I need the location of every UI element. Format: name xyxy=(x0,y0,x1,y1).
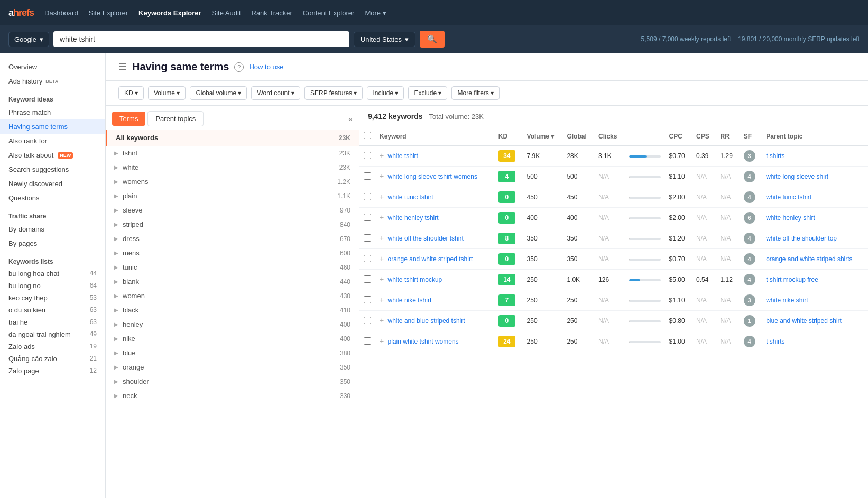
parent-topic-link[interactable]: white off the shoulder top xyxy=(766,235,837,242)
filter-button[interactable]: Exclude ▾ xyxy=(408,86,447,100)
sidebar-list-item[interactable]: o du su kien63 xyxy=(0,304,105,316)
add-keyword-btn[interactable]: + xyxy=(380,172,384,180)
keyword-link[interactable]: white tunic tshirt xyxy=(388,193,433,201)
add-keyword-btn[interactable]: + xyxy=(380,254,384,263)
keyword-link[interactable]: white off the shoulder tshirt xyxy=(388,235,464,242)
sidebar-list-item[interactable]: Quảng cáo zalo21 xyxy=(0,353,105,365)
kp-row[interactable]: ▶ henley 400 xyxy=(106,317,359,331)
kp-row[interactable]: ▶ tshirt 23K xyxy=(106,146,359,160)
keyword-link[interactable]: plain white tshirt womens xyxy=(388,338,459,345)
kp-row[interactable]: ▶ sleeve 970 xyxy=(106,203,359,217)
header-keyword[interactable]: Keyword xyxy=(375,127,494,145)
kp-row[interactable]: ▶ blue 380 xyxy=(106,346,359,360)
parent-topic-link[interactable]: t shirts xyxy=(766,338,784,345)
keyword-link[interactable]: white tshirt mockup xyxy=(388,276,442,283)
row-checkbox-cell[interactable] xyxy=(359,331,375,352)
nav-rank-tracker[interactable]: Rank Tracker xyxy=(252,9,292,17)
header-parent-topic[interactable]: Parent topic xyxy=(762,127,868,145)
sidebar-list-item[interactable]: bu long no64 xyxy=(0,280,105,292)
add-keyword-btn[interactable]: + xyxy=(380,151,384,160)
sidebar-item-ads-history[interactable]: Ads history BETA xyxy=(0,74,105,88)
row-checkbox-cell[interactable] xyxy=(359,187,375,208)
add-keyword-btn[interactable]: + xyxy=(380,316,384,325)
kp-row[interactable]: ▶ tunic 460 xyxy=(106,260,359,274)
kp-row[interactable]: ▶ shoulder 350 xyxy=(106,374,359,389)
kp-row[interactable]: ▶ women 430 xyxy=(106,289,359,303)
nav-site-explorer[interactable]: Site Explorer xyxy=(89,9,128,17)
sidebar-list-item[interactable]: Zalo ads19 xyxy=(0,340,105,353)
kp-row[interactable]: ▶ dress 670 xyxy=(106,232,359,246)
add-keyword-btn[interactable]: + xyxy=(380,192,384,201)
kp-row[interactable]: ▶ plain 1.1K xyxy=(106,189,359,203)
header-rr[interactable]: RR xyxy=(716,127,740,145)
search-button[interactable]: 🔍 xyxy=(420,31,445,48)
nav-content-explorer[interactable]: Content Explorer xyxy=(303,9,355,17)
sidebar-item-by-domains[interactable]: By domains xyxy=(0,222,105,236)
kp-row[interactable]: ▶ nike 400 xyxy=(106,331,359,346)
add-keyword-btn[interactable]: + xyxy=(380,296,384,304)
row-checkbox-cell[interactable] xyxy=(359,311,375,331)
sidebar-list-item[interactable]: Zalo page12 xyxy=(0,365,105,377)
search-input[interactable]: white tshirt xyxy=(53,31,349,47)
nav-keywords-explorer[interactable]: Keywords Explorer xyxy=(138,9,201,17)
nav-more[interactable]: More ▾ xyxy=(365,9,386,17)
sidebar-item-phrase-match[interactable]: Phrase match xyxy=(0,105,105,119)
add-keyword-btn[interactable]: + xyxy=(380,213,384,222)
header-checkbox[interactable] xyxy=(359,127,375,145)
kp-row[interactable]: ▶ black 410 xyxy=(106,303,359,317)
sidebar-item-by-pages[interactable]: By pages xyxy=(0,236,105,251)
keyword-link[interactable]: white and blue striped tshirt xyxy=(388,317,465,325)
keyword-link[interactable]: white henley tshirt xyxy=(388,214,439,222)
row-checkbox-cell[interactable] xyxy=(359,270,375,290)
header-kd[interactable]: KD xyxy=(494,127,523,145)
keyword-link[interactable]: white long sleeve tshirt womens xyxy=(388,173,477,180)
nav-dashboard[interactable]: Dashboard xyxy=(44,9,78,17)
row-checkbox-cell[interactable] xyxy=(359,249,375,270)
sidebar-item-search-suggestions[interactable]: Search suggestions xyxy=(0,162,105,177)
kp-row[interactable]: ▶ womens 1.2K xyxy=(106,174,359,189)
kp-row[interactable]: ▶ striped 840 xyxy=(106,217,359,232)
parent-topic-link[interactable]: white nike shirt xyxy=(766,297,808,304)
sidebar-list-item[interactable]: bu long hoa chat44 xyxy=(0,268,105,280)
row-checkbox-cell[interactable] xyxy=(359,145,375,167)
filter-button[interactable]: More filters ▾ xyxy=(451,86,500,100)
filter-button[interactable]: Global volume ▾ xyxy=(190,86,247,100)
sidebar-list-item[interactable]: trai he63 xyxy=(0,316,105,328)
kp-row[interactable]: ▶ blank 440 xyxy=(106,274,359,289)
country-select[interactable]: United States ▾ xyxy=(354,32,415,47)
filter-button[interactable]: SERP features ▾ xyxy=(304,86,363,100)
parent-topic-link[interactable]: white long sleeve shirt xyxy=(766,173,828,180)
kp-all-keywords[interactable]: All keywords 23K xyxy=(106,130,359,146)
filter-button[interactable]: Volume ▾ xyxy=(148,86,186,100)
filter-button[interactable]: KD ▾ xyxy=(118,86,144,100)
kp-row[interactable]: ▶ orange 350 xyxy=(106,360,359,374)
filter-button[interactable]: Word count ▾ xyxy=(251,86,300,100)
hamburger-icon[interactable]: ☰ xyxy=(118,61,127,73)
sidebar-list-item[interactable]: keo cay thep53 xyxy=(0,292,105,304)
engine-select[interactable]: Google ▾ xyxy=(8,32,49,47)
collapse-icon[interactable]: « xyxy=(348,115,353,123)
header-sf[interactable]: SF xyxy=(740,127,762,145)
kp-row[interactable]: ▶ neck 330 xyxy=(106,389,359,403)
sidebar-item-questions[interactable]: Questions xyxy=(0,191,105,205)
sidebar-item-overview[interactable]: Overview xyxy=(0,60,105,74)
nav-site-audit[interactable]: Site Audit xyxy=(212,9,241,17)
row-checkbox-cell[interactable] xyxy=(359,167,375,187)
tab-terms[interactable]: Terms xyxy=(112,112,145,126)
parent-topic-link[interactable]: white henley shirt xyxy=(766,214,815,222)
add-keyword-btn[interactable]: + xyxy=(380,275,384,283)
sidebar-list-item[interactable]: da ngoai trai nghiem49 xyxy=(0,328,105,340)
how-to-use-link[interactable]: How to use xyxy=(249,63,283,71)
tab-parent-topics[interactable]: Parent topics xyxy=(147,111,204,126)
keyword-link[interactable]: white tshirt xyxy=(388,152,418,160)
sidebar-item-having-same-terms[interactable]: Having same terms xyxy=(0,119,105,134)
kp-row[interactable]: ▶ mens 600 xyxy=(106,246,359,260)
parent-topic-link[interactable]: t shirt mockup free xyxy=(766,276,818,283)
header-global[interactable]: Global xyxy=(562,127,594,145)
keyword-link[interactable]: white nike tshirt xyxy=(388,297,432,304)
header-cps[interactable]: CPS xyxy=(692,127,716,145)
filter-button[interactable]: Include ▾ xyxy=(367,86,404,100)
row-checkbox-cell[interactable] xyxy=(359,208,375,228)
row-checkbox-cell[interactable] xyxy=(359,290,375,311)
add-keyword-btn[interactable]: + xyxy=(380,337,384,345)
